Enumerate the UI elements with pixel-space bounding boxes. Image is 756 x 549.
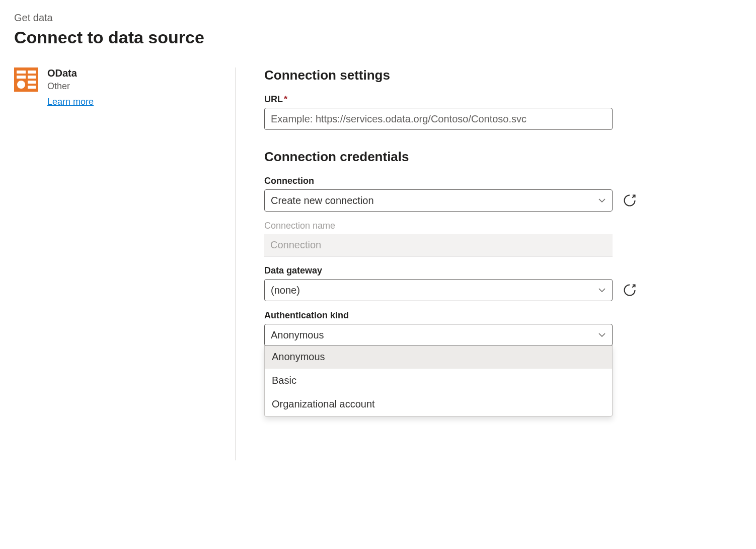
page-title: Connect to data source <box>14 28 742 47</box>
connection-selected-value: Create new connection <box>271 195 374 207</box>
refresh-gateway-icon[interactable] <box>623 283 637 297</box>
svg-rect-3 <box>17 76 26 79</box>
svg-rect-1 <box>17 71 26 74</box>
auth-kind-dropdown: Anonymous Basic Organizational account <box>264 345 613 417</box>
odata-connector-icon <box>14 67 38 92</box>
refresh-connection-icon[interactable] <box>623 193 637 208</box>
svg-rect-4 <box>28 76 36 79</box>
auth-kind-select[interactable]: Anonymous <box>264 324 613 346</box>
svg-rect-7 <box>28 86 36 89</box>
auth-kind-selected-value: Anonymous <box>271 329 324 341</box>
data-gateway-select[interactable]: (none) <box>264 279 613 301</box>
url-label: URL* <box>264 94 739 105</box>
breadcrumb: Get data <box>14 12 742 24</box>
svg-point-5 <box>17 81 25 89</box>
chevron-down-icon <box>598 286 606 294</box>
auth-option-organizational[interactable]: Organizational account <box>265 392 612 416</box>
chevron-down-icon <box>598 331 606 339</box>
required-indicator: * <box>284 94 287 104</box>
connector-category: Other <box>47 81 94 92</box>
connector-panel: OData Other Learn more <box>14 67 236 460</box>
data-gateway-selected-value: (none) <box>271 285 300 296</box>
data-gateway-label: Data gateway <box>264 265 739 276</box>
connection-select[interactable]: Create new connection <box>264 189 613 212</box>
learn-more-link[interactable]: Learn more <box>47 97 94 107</box>
svg-rect-2 <box>28 71 36 74</box>
connection-name-input <box>264 234 613 256</box>
connection-settings-heading: Connection settings <box>264 67 739 83</box>
connector-name: OData <box>47 67 94 79</box>
chevron-down-icon <box>598 196 606 204</box>
url-input[interactable] <box>264 108 613 130</box>
connection-name-label: Connection name <box>264 221 739 231</box>
connection-label: Connection <box>264 176 739 186</box>
svg-rect-6 <box>28 81 36 84</box>
auth-option-anonymous[interactable]: Anonymous <box>265 345 612 369</box>
auth-option-basic[interactable]: Basic <box>265 369 612 392</box>
connection-credentials-heading: Connection credentials <box>264 149 739 165</box>
auth-kind-label: Authentication kind <box>264 310 739 321</box>
